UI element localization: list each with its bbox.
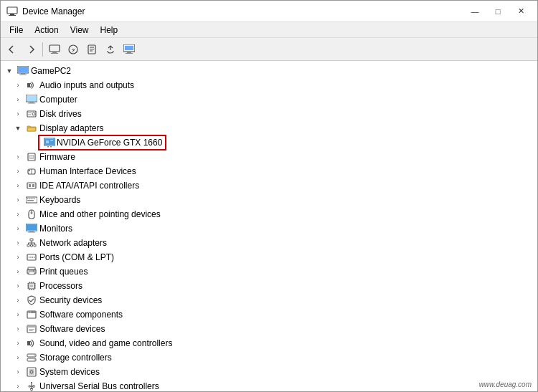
expand-icon[interactable]: › bbox=[12, 94, 24, 105]
list-item[interactable]: › Software components bbox=[1, 307, 537, 322]
root-expand-icon[interactable]: ▼ bbox=[4, 65, 15, 77]
svg-rect-93 bbox=[27, 325, 36, 328]
expand-icon[interactable]: › bbox=[12, 252, 24, 263]
svg-rect-57 bbox=[27, 244, 29, 247]
expand-icon[interactable]: ▼ bbox=[12, 123, 24, 134]
list-item[interactable]: › Monitors bbox=[1, 221, 537, 236]
list-item[interactable]: › Network adapters bbox=[1, 236, 537, 250]
expand-icon[interactable]: › bbox=[12, 108, 24, 120]
network-icon bbox=[26, 237, 37, 249]
forward-button[interactable] bbox=[22, 41, 39, 58]
svg-point-68 bbox=[32, 257, 34, 258]
svg-point-66 bbox=[29, 257, 30, 258]
tree-root-item[interactable]: ▼ GamePC2 bbox=[1, 64, 537, 78]
item-label: Disk drives bbox=[39, 109, 82, 119]
maximize-button[interactable]: □ bbox=[487, 4, 509, 19]
expand-icon[interactable]: › bbox=[12, 295, 24, 306]
item-label: Computer bbox=[39, 95, 77, 105]
back-button[interactable] bbox=[4, 41, 21, 58]
list-item[interactable]: › IDE ATA/ATAPI controllers bbox=[1, 178, 537, 193]
expand-icon[interactable]: › bbox=[12, 223, 24, 234]
svg-rect-24 bbox=[28, 103, 35, 104]
storage-icon bbox=[26, 352, 37, 363]
list-item[interactable]: › System devices bbox=[1, 365, 537, 379]
properties-button[interactable] bbox=[83, 41, 100, 58]
svg-rect-34 bbox=[50, 146, 52, 148]
item-label: Ports (COM & LPT) bbox=[39, 252, 114, 262]
list-item[interactable]: › Computer bbox=[1, 92, 537, 107]
computer-item-icon bbox=[26, 94, 37, 105]
list-item[interactable]: › Ports (COM & LPT) bbox=[1, 250, 537, 264]
softdev-icon bbox=[26, 323, 37, 335]
list-item[interactable]: › Mice and other pointing devices bbox=[1, 207, 537, 221]
expand-icon[interactable]: › bbox=[12, 309, 24, 320]
ide-icon bbox=[26, 180, 37, 191]
nvidia-label: NVIDIA GeForce GTX 1660 bbox=[57, 138, 162, 148]
svg-rect-56 bbox=[30, 239, 33, 241]
list-item[interactable]: › Print queues bbox=[1, 264, 537, 279]
highlighted-device[interactable]: NVIDIA GeForce GTX 1660 bbox=[38, 135, 166, 150]
list-item[interactable]: › Firmware bbox=[1, 150, 537, 164]
hid-icon bbox=[26, 166, 37, 177]
list-item[interactable]: › Audio inputs and outputs bbox=[1, 78, 537, 92]
minimize-button[interactable]: — bbox=[464, 4, 486, 19]
expand-icon[interactable]: › bbox=[12, 366, 24, 378]
expand-icon[interactable]: › bbox=[12, 237, 24, 249]
item-label: Network adapters bbox=[39, 238, 107, 248]
computer-icon bbox=[17, 65, 29, 77]
update-button[interactable] bbox=[102, 41, 119, 58]
expand-icon[interactable]: › bbox=[12, 338, 24, 349]
expand-icon[interactable]: › bbox=[12, 151, 24, 163]
tree-view[interactable]: ▼ GamePC2 › bbox=[1, 61, 537, 391]
firmware-icon bbox=[26, 151, 37, 163]
svg-rect-108 bbox=[29, 386, 30, 387]
root-label: GamePC2 bbox=[31, 66, 71, 76]
expand-icon[interactable]: › bbox=[12, 180, 24, 191]
list-item[interactable]: › Storage controllers bbox=[1, 350, 537, 365]
close-button[interactable]: ✕ bbox=[510, 4, 532, 19]
list-item[interactable]: ▼ Display adapters bbox=[1, 121, 537, 135]
list-item[interactable]: › Security devices bbox=[1, 293, 537, 307]
svg-rect-95 bbox=[29, 330, 33, 331]
help-button[interactable]: ? bbox=[65, 41, 82, 58]
svg-rect-28 bbox=[28, 115, 31, 115]
svg-rect-54 bbox=[29, 231, 34, 232]
svg-rect-96 bbox=[27, 341, 30, 345]
menu-action[interactable]: Action bbox=[29, 24, 64, 37]
list-item[interactable]: › Universal Serial Bus controllers bbox=[1, 379, 537, 391]
svg-rect-4 bbox=[52, 52, 57, 53]
svg-rect-13 bbox=[127, 52, 131, 53]
expand-icon[interactable]: › bbox=[12, 266, 24, 277]
expand-icon[interactable]: › bbox=[12, 166, 24, 177]
item-label: Display adapters bbox=[39, 123, 103, 133]
display-button[interactable] bbox=[121, 41, 138, 58]
item-label: Storage controllers bbox=[39, 353, 112, 363]
expand-icon[interactable]: › bbox=[12, 80, 24, 91]
menu-view[interactable]: View bbox=[65, 24, 95, 37]
expand-icon[interactable]: › bbox=[12, 352, 24, 363]
expand-icon[interactable]: › bbox=[12, 323, 24, 335]
svg-rect-3 bbox=[49, 45, 60, 52]
svg-rect-14 bbox=[126, 53, 133, 54]
list-item[interactable]: › Human Interface Devices bbox=[1, 164, 537, 178]
item-label: Universal Serial Bus controllers bbox=[39, 381, 159, 391]
device-manager-window: Device Manager — □ ✕ File Action View He… bbox=[0, 0, 538, 392]
audio-icon bbox=[26, 80, 37, 91]
expand-icon[interactable]: › bbox=[12, 194, 24, 206]
list-item[interactable]: › Software devices bbox=[1, 322, 537, 336]
menu-file[interactable]: File bbox=[4, 24, 29, 37]
expand-icon[interactable]: › bbox=[12, 209, 24, 220]
list-item[interactable]: › Sound, video and game controllers bbox=[1, 336, 537, 350]
list-item[interactable]: › bbox=[1, 279, 537, 293]
list-item[interactable]: › Keyboards bbox=[1, 193, 537, 207]
cpu-icon bbox=[26, 280, 37, 292]
nvidia-item[interactable]: › NVIDIA GeForce GTX 1660 bbox=[1, 135, 537, 150]
list-item[interactable]: › Disk drives bbox=[1, 107, 537, 121]
menu-help[interactable]: Help bbox=[95, 24, 124, 37]
sound-video-icon bbox=[26, 338, 37, 349]
expand-icon[interactable]: › bbox=[12, 280, 24, 292]
svg-rect-72 bbox=[29, 272, 34, 274]
svg-rect-73 bbox=[33, 271, 34, 272]
expand-icon[interactable]: › bbox=[12, 381, 24, 391]
computer-button[interactable] bbox=[46, 41, 63, 58]
